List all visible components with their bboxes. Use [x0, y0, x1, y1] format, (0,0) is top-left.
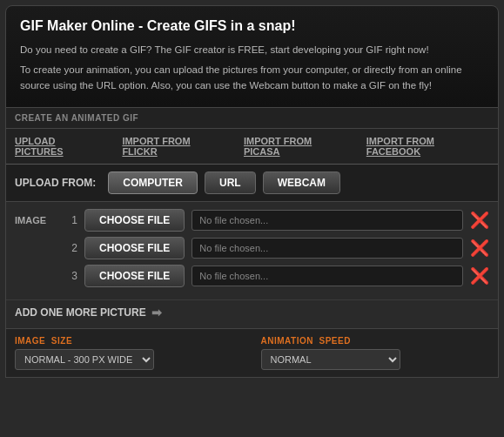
choose-file-button-3[interactable]: CHOOSE FILE — [84, 265, 185, 287]
animation-speed-accent: SPEED — [319, 336, 350, 346]
header-desc1: Do you need to create a GIF? The GIF cre… — [20, 43, 484, 57]
tab-upload-pictures[interactable]: UPLOAD PICTURES — [15, 136, 104, 164]
upload-from-row: UPLOAD FROM: COMPUTER URL WEBCAM — [6, 165, 498, 202]
file-name-1: No file chosen... — [192, 210, 463, 231]
tab-import-flickr[interactable]: IMPORT FROM FLICKR — [122, 136, 226, 164]
add-more-button[interactable]: ADD ONE MORE PICTURE ➡ — [15, 306, 162, 319]
image-num-2: 2 — [65, 242, 77, 254]
image-row-3: 3 CHOOSE FILE No file chosen... ❌ — [15, 265, 489, 287]
animation-speed-group: ANIMATION SPEED NORMAL FAST SLOW — [261, 336, 490, 370]
tab-import-facebook[interactable]: IMPORT FROM FACEBOOK — [366, 136, 489, 164]
animation-speed-label: ANIMATION SPEED — [261, 336, 490, 346]
images-section: IMAGE 1 CHOOSE FILE No file chosen... ❌ … — [6, 202, 498, 299]
arrow-right-icon: ➡ — [151, 306, 162, 319]
image-num-3: 3 — [65, 270, 77, 282]
remove-button-2[interactable]: ❌ — [470, 240, 489, 256]
main-content: CREATE AN ANIMATED GIF UPLOAD PICTURES I… — [5, 108, 499, 378]
computer-button[interactable]: COMPUTER — [108, 171, 198, 194]
image-size-label: IMAGE SIZE — [15, 336, 244, 346]
add-more-row: ADD ONE MORE PICTURE ➡ — [6, 299, 498, 328]
remove-button-3[interactable]: ❌ — [470, 268, 489, 284]
tabs-row: UPLOAD PICTURES IMPORT FROM FLICKR IMPOR… — [6, 129, 498, 165]
url-button[interactable]: URL — [205, 171, 256, 194]
file-name-3: No file chosen... — [192, 266, 463, 286]
section-label: CREATE AN ANIMATED GIF — [6, 108, 498, 129]
choose-file-button-1[interactable]: CHOOSE FILE — [84, 209, 185, 232]
file-name-2: No file chosen... — [192, 238, 463, 259]
settings-row: IMAGE SIZE NORMAL - 300 PX WIDE SMALL - … — [6, 328, 498, 377]
image-size-group: IMAGE SIZE NORMAL - 300 PX WIDE SMALL - … — [15, 336, 244, 370]
remove-button-1[interactable]: ❌ — [470, 212, 489, 228]
header-desc2: To create your animation, you can upload… — [20, 63, 484, 93]
add-more-label: ADD ONE MORE PICTURE — [15, 306, 146, 319]
webcam-button[interactable]: WEBCAM — [263, 171, 340, 194]
image-size-accent: SIZE — [51, 336, 72, 346]
image-size-label-text: IMAGE — [15, 336, 45, 346]
image-size-select[interactable]: NORMAL - 300 PX WIDE SMALL - 200 PX WIDE… — [15, 349, 154, 370]
image-row-2: 2 CHOOSE FILE No file chosen... ❌ — [15, 237, 489, 259]
image-label: IMAGE — [15, 215, 58, 225]
image-num-1: 1 — [65, 214, 77, 226]
page-title: GIF Maker Online - Create GIFS in a snap… — [20, 18, 484, 34]
header-section: GIF Maker Online - Create GIFS in a snap… — [5, 5, 499, 108]
image-row-1: IMAGE 1 CHOOSE FILE No file chosen... ❌ — [15, 209, 489, 232]
choose-file-button-2[interactable]: CHOOSE FILE — [84, 237, 185, 259]
animation-speed-select[interactable]: NORMAL FAST SLOW — [261, 349, 400, 370]
animation-speed-label-text: ANIMATION — [261, 336, 313, 346]
tab-import-picasa[interactable]: IMPORT FROM PICASA — [244, 136, 349, 164]
upload-from-label: UPLOAD FROM: — [15, 177, 96, 189]
